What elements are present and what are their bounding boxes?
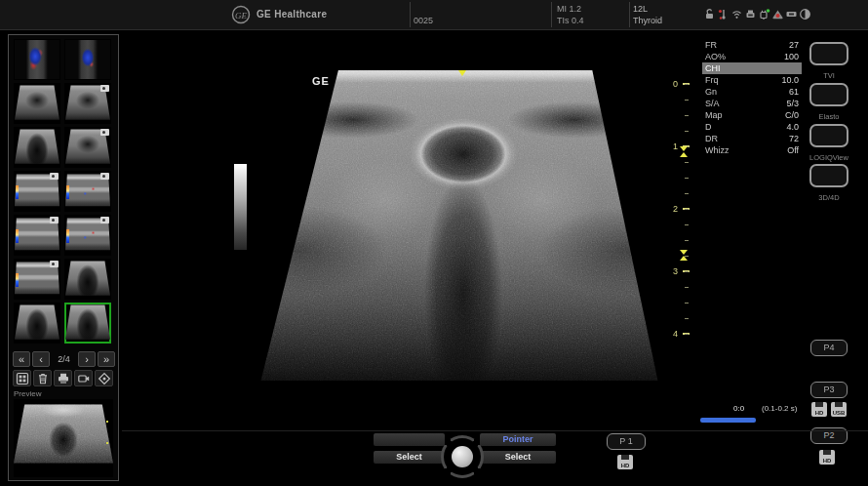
preset-name: Thyroid: [633, 16, 662, 25]
cine-position: 0:0: [733, 404, 744, 413]
elasto-button[interactable]: [809, 83, 848, 106]
tis-value: TIs 0.4: [557, 16, 584, 25]
thumbnail[interactable]: [14, 215, 60, 256]
topbar-divider: [551, 2, 552, 27]
thumbnail[interactable]: [14, 83, 60, 124]
soft-button-item: 3D/4D: [799, 164, 859, 202]
topbar-divider: [629, 2, 630, 27]
printer-status-icon: [744, 8, 757, 20]
thumbnail[interactable]: [14, 303, 60, 344]
tvi-label: TVI: [799, 71, 859, 80]
thumbnail[interactable]: [14, 171, 60, 212]
wifi-icon: [730, 8, 743, 20]
param-row: Gn61: [702, 86, 802, 98]
thumbnail-grid: [14, 39, 113, 344]
trackball[interactable]: [452, 446, 473, 467]
tvi-button[interactable]: [809, 42, 848, 65]
thumbnail[interactable]: [14, 259, 60, 300]
hd-storage-icon: HD: [617, 455, 633, 469]
probe-name: 12L: [633, 4, 648, 14]
clipboard-toolbar: [13, 370, 113, 386]
thumbnail-pager: « ‹ 2/4 › »: [13, 350, 115, 367]
select-key-right[interactable]: Select: [480, 451, 556, 464]
thumbnail[interactable]: [14, 127, 60, 168]
brand-title: GE Healthcare: [256, 9, 327, 20]
bottom-divider: [122, 430, 868, 431]
print-button[interactable]: [54, 370, 72, 386]
param-row: FR27: [702, 39, 802, 51]
vendor-label: GE: [312, 75, 330, 87]
video-clip-button[interactable]: [74, 370, 93, 386]
first-page-button[interactable]: «: [13, 351, 30, 367]
p1-button[interactable]: P 1: [607, 433, 646, 450]
trash-icon: [36, 372, 50, 385]
parameter-panel: FR27 AO%100 CHI Frq10.0 Gn61 S/A5/3 MapC…: [702, 39, 802, 156]
thumbnail-selected[interactable]: [64, 303, 111, 344]
ge-logo-icon: GE: [231, 5, 251, 24]
select-key-left[interactable]: Select: [374, 451, 445, 464]
depth-tick-label: 3: [666, 265, 678, 277]
param-row: Frq10.0: [702, 74, 802, 86]
hd-storage-icon: HD: [811, 402, 827, 417]
image-number: 0025: [414, 16, 433, 25]
trackball-key-upper-left[interactable]: [374, 433, 445, 446]
clip-indicator-icon: [100, 173, 109, 180]
usb-storage-icon: USB: [831, 402, 847, 417]
topbar-divider: [410, 2, 411, 27]
clip-indicator-icon: [100, 85, 109, 92]
preview-label: Preview: [14, 389, 41, 398]
cine-range: (0.1-0.2 s): [762, 404, 797, 413]
last-page-button[interactable]: »: [98, 351, 115, 367]
param-row-highlighted: CHI: [702, 62, 802, 74]
printer-icon: [57, 372, 70, 385]
grayscale-bar: [234, 164, 247, 250]
ultrasound-image[interactable]: [258, 70, 668, 381]
focal-zone-marker: [680, 146, 689, 157]
cine-progress-bar: [700, 418, 756, 423]
next-page-button[interactable]: ›: [78, 351, 96, 367]
logiqview-label: LOGIQView: [799, 153, 859, 162]
thumbnail[interactable]: [14, 39, 60, 80]
clipboard-sidebar: « ‹ 2/4 › » Preview: [8, 34, 119, 481]
thumbnail[interactable]: [64, 259, 111, 300]
page-indicator: 2/4: [52, 354, 76, 364]
delete-button[interactable]: [33, 370, 52, 386]
lock-open-icon: [703, 8, 716, 20]
thumbnail[interactable]: [64, 171, 111, 212]
clip-indicator-icon: [100, 217, 109, 223]
focal-zone-marker: [680, 250, 689, 261]
pointer-key[interactable]: Pointer: [480, 433, 556, 446]
layout-grid-button[interactable]: [13, 370, 31, 386]
soft-button-item: TVI: [799, 42, 859, 80]
transfer-target-icon: [98, 372, 111, 385]
thumbnail[interactable]: [64, 127, 111, 168]
mi-value: MI 1.2: [557, 4, 581, 14]
top-bar: GE GE Healthcare 0025 MI 1.2 TIs 0.4 12L…: [0, 0, 868, 30]
param-row: D4.0: [702, 121, 802, 133]
logiqview-button[interactable]: [809, 124, 848, 147]
p3-button[interactable]: P3: [810, 382, 848, 398]
depth-tick-label: 2: [666, 203, 678, 215]
depth-tick-label: 4: [666, 328, 678, 340]
thumbnail[interactable]: [64, 39, 111, 80]
soft-button-item: Elasto: [799, 83, 859, 121]
transfer-button[interactable]: [95, 370, 113, 386]
thumbnail[interactable]: [64, 83, 111, 124]
prev-page-button[interactable]: ‹: [32, 351, 50, 367]
thumbnail[interactable]: [64, 215, 111, 256]
p3-storage-targets: HD USB: [811, 402, 847, 417]
p4-button[interactable]: P4: [810, 340, 848, 356]
clip-indicator-icon: [100, 129, 109, 136]
3d4d-button[interactable]: [809, 164, 848, 187]
param-row: WhizzOff: [702, 144, 802, 156]
depth-tick-label: 1: [666, 141, 678, 152]
media-cassette-icon: [785, 8, 798, 20]
layout-grid-icon: [16, 372, 29, 385]
clip-indicator-icon: [50, 261, 59, 267]
preview-image: [14, 399, 113, 477]
elasto-label: Elasto: [799, 112, 859, 121]
ultrasound-app-window: GE GE Healthcare 0025 MI 1.2 TIs 0.4 12L…: [0, 0, 868, 486]
contrast-icon: [799, 8, 811, 20]
ge-logo-text: GE: [235, 11, 247, 20]
record-alert-icon: [771, 8, 784, 20]
